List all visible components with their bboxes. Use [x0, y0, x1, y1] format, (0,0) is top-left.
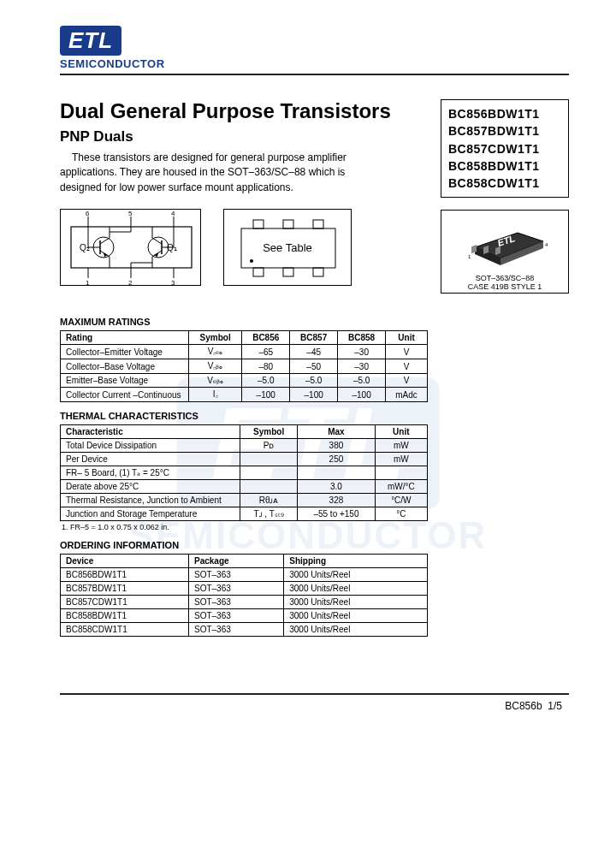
svg-text:1: 1 — [468, 254, 471, 259]
table-row: Derate above 25°C3.0mW/°C — [61, 480, 428, 494]
package-type-label: SOT–363/SC–88 — [445, 274, 565, 282]
svg-line-16 — [100, 238, 110, 244]
table-row: Thermal Resistance, Junction to AmbientR… — [61, 494, 428, 507]
svg-rect-38 — [253, 220, 264, 228]
see-table-label: See Table — [259, 241, 316, 254]
schematic-diagram: 6 5 4 1 2 3 Q₂ — [60, 209, 201, 286]
svg-rect-41 — [253, 268, 264, 276]
header-rule — [60, 74, 569, 75]
table-row: BC856BDW1T1SOT–3633000 Units/Reel — [61, 568, 428, 582]
part-number: BC858BDW1T1 — [448, 157, 561, 175]
table-header: Unit — [375, 425, 427, 439]
table-row: Junction and Storage TemperatureTᴊ , Tₛₜ… — [61, 507, 428, 521]
footer-doc-id: BC856b — [505, 700, 542, 712]
table-row: Emitter–Base VoltageVₑᵦₒ–5.0–5.0–5.0V — [61, 374, 428, 388]
description-text: These transistors are designed for gener… — [60, 151, 368, 195]
svg-marker-32 — [154, 252, 158, 257]
section-header-ordering: ORDERING INFORMATION — [60, 540, 569, 550]
svg-text:5: 5 — [128, 210, 133, 217]
part-number: BC857BDW1T1 — [448, 122, 561, 139]
footer-page-number: 1/5 — [548, 700, 562, 712]
part-number: BC857CDW1T1 — [448, 140, 561, 157]
table-row: FR– 5 Board, (1) Tₐ = 25°C — [61, 466, 428, 480]
table-row: BC857CDW1T1SOT–3633000 Units/Reel — [61, 596, 428, 609]
part-number: BC858CDW1T1 — [448, 175, 561, 192]
svg-text:6: 6 — [86, 210, 90, 217]
table-header: Characteristic — [61, 425, 240, 439]
table-row: BC857BDW1T1SOT–3633000 Units/Reel — [61, 582, 428, 596]
table-header: Shipping — [284, 555, 428, 568]
section-header-max-ratings: MAXIMUM RATINGS — [60, 317, 569, 327]
table-header: Unit — [386, 331, 428, 345]
table-header: BC858 — [338, 331, 386, 345]
svg-text:3: 3 — [171, 279, 175, 287]
thermal-table: Characteristic Symbol Max Unit Total Dev… — [60, 424, 428, 521]
ordering-table: Device Package Shipping BC856BDW1T1SOT–3… — [60, 554, 428, 637]
package-box: ETL 1 4 SOT–363/SC–88 CASE 419B STYLE 1 — [441, 210, 569, 294]
table-row: Per Device250mW — [61, 453, 428, 466]
svg-text:Q₁: Q₁ — [167, 243, 177, 252]
table-row: Collector–Base VoltageV꜀ᵦₒ–80–50–30V — [61, 359, 428, 374]
table-header: Symbol — [240, 425, 298, 439]
section-header-thermal: THERMAL CHARACTERISTICS — [60, 411, 569, 421]
package-3d-icon: ETL 1 4 — [458, 217, 552, 269]
table-header: Rating — [61, 331, 189, 345]
svg-line-28 — [152, 238, 162, 244]
table-header: Device — [61, 555, 189, 568]
logo-badge: ETL — [60, 26, 121, 56]
package-case-label: CASE 419B STYLE 1 — [445, 282, 565, 291]
part-numbers-box: BC856BDW1T1 BC857BDW1T1 BC857CDW1T1 BC85… — [441, 99, 569, 198]
page-footer: BC856b 1/5 — [60, 700, 569, 712]
logo-subtitle: SEMICONDUCTOR — [60, 57, 569, 70]
table-header: BC856 — [242, 331, 290, 345]
table-header: BC857 — [290, 331, 338, 345]
page-title: Dual General Purpose Transistors — [60, 99, 425, 123]
table-row: BC858CDW1T1SOT–3633000 Units/Reel — [61, 623, 428, 637]
svg-rect-39 — [283, 220, 293, 228]
footer-rule — [60, 693, 569, 695]
table-header: Package — [189, 555, 284, 568]
part-number: BC856BDW1T1 — [448, 105, 561, 122]
svg-text:1: 1 — [86, 279, 90, 287]
svg-marker-20 — [104, 252, 108, 257]
max-ratings-table: Rating Symbol BC856 BC857 BC858 Unit Col… — [60, 330, 428, 402]
svg-rect-42 — [283, 268, 293, 276]
svg-text:4: 4 — [171, 210, 175, 217]
table-row: Total Device DissipationPᴅ380mW — [61, 439, 428, 453]
table-header: Max — [298, 425, 375, 439]
table-row: Collector Current –ContinuousI꜀–100–100–… — [61, 388, 428, 402]
svg-point-44 — [250, 259, 253, 263]
thermal-footnote: 1. FR–5 = 1.0 x 0.75 x 0.062 in. — [62, 523, 569, 531]
table-header: Symbol — [189, 331, 242, 345]
svg-text:4: 4 — [545, 242, 548, 247]
page-subtitle: PNP Duals — [60, 128, 425, 145]
see-table-box: See Table — [223, 209, 352, 286]
table-row: BC858BDW1T1SOT–3633000 Units/Reel — [61, 609, 428, 623]
svg-rect-40 — [313, 220, 323, 228]
company-logo: ETL SEMICONDUCTOR — [60, 26, 569, 70]
table-row: Collector–Emitter VoltageV꜀ₑₒ–65–45–30V — [61, 345, 428, 359]
svg-text:2: 2 — [128, 279, 133, 287]
svg-rect-43 — [313, 268, 323, 276]
